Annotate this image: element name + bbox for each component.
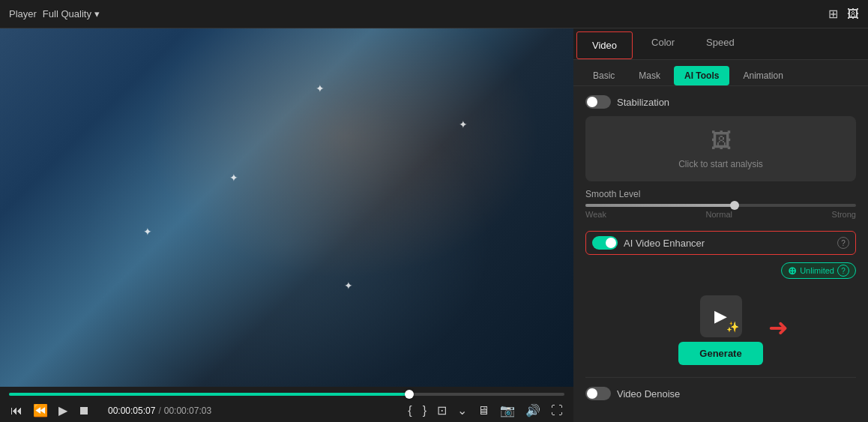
stabilization-toggle[interactable] (585, 95, 611, 109)
sparkle-3: ✦ (143, 226, 152, 238)
slider-thumb (730, 201, 739, 210)
quality-selector[interactable]: Full Quality ▾ (43, 8, 103, 19)
main-content: ✦ ✦ ✦ ✦ ✦ ⏮ ⏪ ▶ ⏹ 00:00:05:07 (0, 28, 868, 422)
mark-in-button[interactable]: { (406, 403, 413, 419)
sparkle-4: ✦ (344, 280, 353, 292)
sparkle-2: ✦ (459, 118, 468, 130)
analysis-text: Click to start analysis (678, 159, 763, 169)
smooth-slider[interactable] (585, 204, 856, 207)
time-separator: / (158, 406, 160, 416)
slider-fill (585, 204, 735, 207)
ai-enhancer-title: AI Video Enhancer (624, 238, 831, 249)
denoise-toggle-thumb (587, 388, 597, 399)
camera-button[interactable]: 📷 (498, 402, 516, 419)
slider-labels: Weak Normal Strong (585, 210, 856, 219)
time-total: 00:00:07:03 (164, 406, 211, 416)
sparkle-5: ✦ (229, 172, 238, 184)
mark-out-button[interactable]: } (421, 403, 428, 419)
play-button[interactable]: ▶ (57, 402, 69, 419)
chevron-down-icon: ▾ (94, 8, 100, 19)
controls-row: ⏮ ⏪ ▶ ⏹ 00:00:05:07 / 00:00:07:03 { } ⊡ … (9, 402, 564, 419)
plus-icon: ⊕ (788, 265, 797, 277)
analysis-icon: 🖼 (711, 128, 732, 153)
arrow-container: ▶ ✨ Generate ➜ (585, 289, 856, 365)
ai-enhancer-highlight: AI Video Enhancer ? (585, 231, 856, 255)
player-label: Player (9, 8, 37, 19)
skip-back-button[interactable]: ⏮ (9, 403, 24, 419)
controls-left: ⏮ ⏪ ▶ ⏹ 00:00:05:07 / 00:00:07:03 (9, 402, 211, 419)
tab-color[interactable]: Color (636, 28, 690, 59)
red-arrow-icon: ➜ (768, 313, 789, 342)
panel-content: Stabilization 🖼 Click to start analysis … (573, 86, 868, 422)
fullscreen-button[interactable]: ⛶ (549, 403, 564, 419)
video-play-icon: ▶ (714, 307, 727, 326)
sparkle-icon: ✨ (726, 321, 739, 333)
subtab-basic[interactable]: Basic (582, 66, 625, 85)
video-background: ✦ ✦ ✦ ✦ ✦ (0, 28, 573, 387)
denoise-header: Video Denoise (585, 387, 856, 400)
ai-enhancer-body: ⊕ Unlimited ? ▶ ✨ Generate (585, 262, 856, 365)
generate-button[interactable]: Generate (678, 342, 762, 365)
panel-sub-tabs: Basic Mask AI Tools Animation (573, 60, 868, 86)
slider-track (585, 204, 856, 207)
image-icon[interactable]: 🖼 (847, 7, 859, 21)
sparkle-1: ✦ (316, 82, 325, 94)
denoise-title: Video Denoise (617, 388, 680, 400)
stabilization-header: Stabilization (585, 95, 856, 109)
grid-icon[interactable]: ⊞ (828, 7, 838, 21)
video-figure (0, 28, 573, 387)
unlimited-badge: ⊕ Unlimited ? (781, 262, 856, 279)
quality-label: Full Quality (43, 8, 91, 19)
unlimited-label: Unlimited (800, 266, 834, 275)
crop-button[interactable]: ⊡ (435, 402, 448, 419)
panel-top-tabs: Video Color Speed (573, 28, 868, 60)
generate-icon-box: ▶ ✨ (700, 295, 742, 337)
time-current: 00:00:05:07 (108, 406, 155, 416)
subtab-animation[interactable]: Animation (732, 66, 793, 85)
video-area: ✦ ✦ ✦ ✦ ✦ ⏮ ⏪ ▶ ⏹ 00:00:05:07 (0, 28, 573, 422)
tab-speed[interactable]: Speed (690, 28, 750, 59)
step-back-button[interactable]: ⏪ (31, 402, 49, 419)
progress-bar[interactable] (9, 393, 564, 396)
subtab-mask[interactable]: Mask (628, 66, 671, 85)
time-display: 00:00:05:07 / 00:00:07:03 (108, 406, 211, 416)
subtab-ai-tools[interactable]: AI Tools (674, 66, 729, 85)
ai-enhancer-help-icon[interactable]: ? (837, 237, 849, 249)
volume-button[interactable]: 🔊 (524, 402, 542, 419)
red-arrow-container: ➜ (768, 313, 856, 342)
video-controls: ⏮ ⏪ ▶ ⏹ 00:00:05:07 / 00:00:07:03 { } ⊡ … (0, 387, 573, 422)
ai-enhancer-section: AI Video Enhancer ? ⊕ Unlimited ? (585, 231, 856, 365)
analysis-box[interactable]: 🖼 Click to start analysis (585, 116, 856, 181)
tab-video[interactable]: Video (576, 31, 633, 59)
ai-enhancer-header: AI Video Enhancer ? (592, 236, 849, 250)
progress-thumb (405, 390, 414, 399)
toggle-thumb (587, 97, 597, 107)
controls-right: { } ⊡ ⌄ 🖥 📷 🔊 ⛶ (406, 402, 564, 419)
monitor-button[interactable]: 🖥 (476, 403, 491, 419)
video-container: ✦ ✦ ✦ ✦ ✦ (0, 28, 573, 387)
stop-button[interactable]: ⏹ (76, 403, 91, 419)
denoise-section: Video Denoise (585, 377, 856, 400)
generate-area: ▶ ✨ Generate (678, 295, 762, 365)
stabilization-title: Stabilization (617, 97, 669, 108)
smooth-level-label: Smooth Level (585, 189, 856, 199)
unlimited-help-icon[interactable]: ? (837, 265, 849, 277)
top-bar: Player Full Quality ▾ ⊞ 🖼 (0, 0, 868, 28)
ai-toggle-thumb (606, 238, 616, 248)
top-bar-icons: ⊞ 🖼 (828, 7, 859, 21)
stabilization-section: Stabilization 🖼 Click to start analysis … (585, 95, 856, 219)
right-panel: Video Color Speed Basic Mask AI Tools An… (573, 28, 868, 422)
ai-enhancer-toggle[interactable] (592, 236, 618, 250)
chevron-down-button[interactable]: ⌄ (456, 402, 468, 419)
progress-fill (9, 393, 409, 396)
denoise-toggle[interactable] (585, 387, 611, 400)
